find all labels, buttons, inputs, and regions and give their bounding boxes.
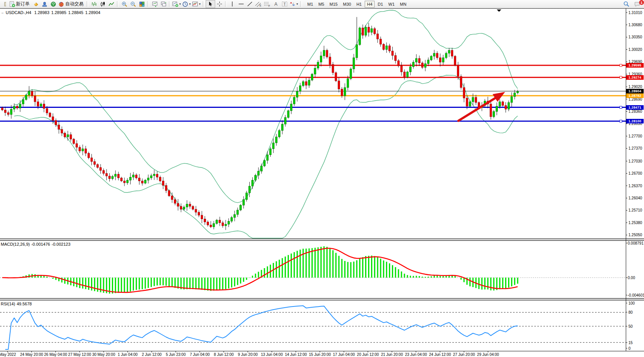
svg-text:T: T [283,2,286,6]
candlestick-chart-icon [100,1,106,7]
bar-high-value: 1.28985 [51,10,66,15]
bar-close-value: 1.28904 [85,10,101,15]
zoom-in-button[interactable] [120,0,129,8]
title-tick-mark: – [2,11,3,15]
clipped-icon [0,0,9,8]
macd-main-value: -0.001476 [31,242,50,246]
trendline-icon [247,1,253,7]
text-label-button[interactable]: T [280,0,289,8]
toolbar-separator [225,1,227,7]
horizontal-line-icon [238,1,244,7]
cursor-button[interactable] [206,0,215,8]
timeframe-m1[interactable]: M1 [305,1,315,8]
zoom-out-icon [130,1,136,7]
chart-canvas[interactable] [0,0,644,357]
chevron-down-icon: ▼ [179,3,181,5]
timeframe-w1[interactable]: W1 [386,1,397,8]
crosshair-icon [217,1,222,7]
horizontal-line-button[interactable] [237,0,246,8]
timeframe-bar: M1M5M15M30H1H4D1W1MN [305,1,409,8]
search-icon [623,1,630,7]
chevron-down-icon: ▼ [296,3,299,5]
svg-text:F: F [269,4,270,7]
text-icon: A [273,1,279,7]
toolbar-separator [87,1,88,7]
templates-button[interactable]: ▼ [192,0,202,8]
auto-arrange-button[interactable] [150,0,159,8]
toolbar: 新订单 自动交易 ▼ ▼ ▼ E F [0,0,644,8]
line-chart-button[interactable] [107,0,116,8]
text-button[interactable]: A [272,0,280,8]
chevron-down-icon: ▼ [189,3,191,5]
toolbar-separator [300,1,302,7]
rsi-indicator-label: RSI(14)49.5678 [1,302,33,306]
cascade-windows-button[interactable] [159,0,168,8]
market-watch-button[interactable] [31,0,40,8]
macd-indicator-label: MACD(12,26,9)-0.001476-0.002123 [1,242,72,246]
data-window-icon [41,1,48,7]
channel-button[interactable]: E [254,0,263,8]
tile-windows-icon [139,1,145,7]
macd-name: MACD(12,26,9) [1,242,30,246]
new-chart-button[interactable]: ▼ [172,0,182,8]
zoom-in-icon [121,1,128,7]
bar-chart-icon [91,1,97,7]
chart-title: –USDCAD-,H4 1.289831.289851.288451.28904 [2,10,102,15]
bar-open-value: 1.28983 [34,10,49,15]
svg-text:A: A [274,2,277,7]
candlestick-chart-button[interactable] [98,0,107,8]
toolbar-separator [169,1,171,7]
bar-low-value: 1.28845 [68,10,83,15]
timeframe-d1[interactable]: D1 [375,1,385,8]
fibonacci-button[interactable]: F [263,0,272,8]
new-chart-icon [172,1,178,7]
zoom-out-button[interactable] [129,0,137,8]
new-order-button[interactable]: 新订单 [9,0,31,8]
auto-trading-button[interactable]: 自动交易 [58,0,85,8]
data-window-button[interactable] [40,0,49,8]
timeframe-mn[interactable]: MN [398,1,409,8]
text-label-icon: T [282,1,288,7]
timeframe-h4[interactable]: H4 [365,1,375,8]
timeframe-h1[interactable]: H1 [354,1,364,8]
tile-windows-button[interactable] [137,0,146,8]
period-button[interactable]: ▼ [182,0,192,8]
rsi-value: 49.5678 [17,302,32,306]
crosshair-button[interactable] [215,0,224,8]
toolbar-separator [203,1,205,7]
chevron-down-icon: ▼ [198,3,201,5]
auto-trading-label: 自动交易 [65,1,83,7]
template-icon [192,1,198,7]
timeframe-m15[interactable]: M15 [327,1,340,8]
fibonacci-icon: F [264,1,271,7]
rsi-name: RSI(14) [1,302,15,306]
vertical-line-icon [230,1,235,7]
notifications-button[interactable]: 1 [633,0,642,8]
line-chart-icon [109,1,115,7]
bar-chart-button[interactable] [90,0,98,8]
arrows-button[interactable]: ▼ [289,0,299,8]
svg-text:E: E [260,4,261,7]
chart-symbol-period: USDCAD-,H4 [6,10,31,15]
toolbar-separator [117,1,119,7]
notification-badge: 1 [639,0,644,5]
auto-trading-icon [58,1,65,7]
auto-arrange-icon [152,1,158,7]
timeframe-m5[interactable]: M5 [316,1,326,8]
search-button[interactable] [622,0,631,8]
toolbar-separator [147,1,149,7]
equidistant-channel-icon: E [255,1,262,7]
timeframe-m30[interactable]: M30 [341,1,353,8]
new-order-icon [9,1,15,7]
macd-signal-value: -0.002123 [52,242,71,246]
cascade-windows-icon [161,1,167,7]
cursor-icon [208,1,213,7]
navigator-button[interactable] [49,0,58,8]
trendline-button[interactable] [246,0,254,8]
navigator-icon [50,1,57,7]
new-order-label: 新订单 [16,1,30,7]
arrow-shapes-icon [290,1,296,7]
vertical-line-button[interactable] [228,0,237,8]
market-watch-icon [33,1,39,7]
clock-icon [182,1,188,7]
